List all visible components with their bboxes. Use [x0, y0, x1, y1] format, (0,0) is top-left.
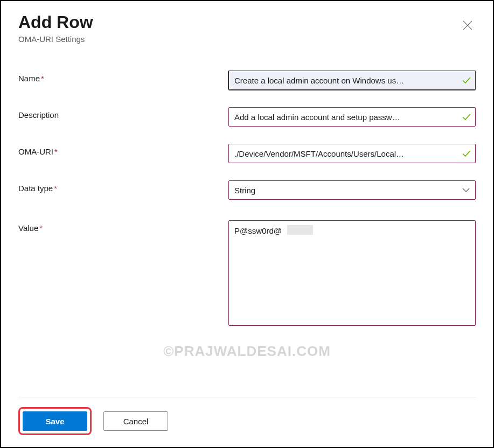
- name-label: Name*: [18, 71, 228, 83]
- required-indicator: *: [54, 184, 57, 193]
- required-indicator: *: [39, 223, 43, 233]
- cancel-button[interactable]: Cancel: [103, 411, 168, 431]
- description-input[interactable]: [228, 107, 476, 127]
- oma-uri-label: OMA-URI*: [18, 144, 228, 156]
- value-textarea[interactable]: P@ssw0rd@: [228, 220, 476, 326]
- required-indicator: *: [41, 74, 44, 83]
- required-indicator: *: [54, 147, 58, 156]
- panel-header: Add Row OMA-URI Settings: [18, 12, 476, 44]
- oma-uri-input[interactable]: [228, 144, 476, 163]
- description-label: Description: [18, 107, 228, 120]
- close-button[interactable]: [458, 16, 477, 36]
- panel-subtitle: OMA-URI Settings: [18, 34, 93, 44]
- data-type-select[interactable]: String: [228, 180, 476, 200]
- field-row-name: Name*: [18, 71, 476, 90]
- panel-title: Add Row: [18, 12, 93, 32]
- data-type-label: Data type*: [18, 180, 228, 193]
- form-body: Name* Description: [18, 71, 476, 397]
- field-row-description: Description: [18, 107, 476, 127]
- save-button[interactable]: Save: [23, 411, 87, 431]
- field-row-oma-uri: OMA-URI*: [18, 144, 476, 163]
- field-row-data-type: Data type* String: [18, 180, 476, 200]
- name-input[interactable]: [228, 71, 476, 90]
- value-label: Value*: [18, 220, 228, 233]
- field-row-value: Value* P@ssw0rd@: [18, 220, 476, 328]
- close-icon: [463, 24, 472, 32]
- panel-footer: Save Cancel: [18, 397, 476, 447]
- save-highlight-annotation: Save: [18, 407, 92, 435]
